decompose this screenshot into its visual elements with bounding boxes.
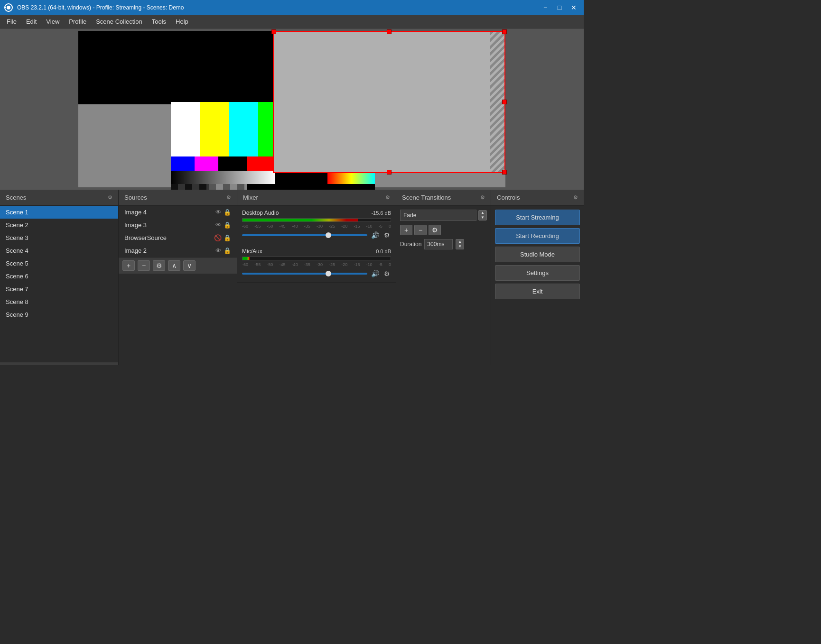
source-lock-0[interactable]: 🔒 <box>224 209 231 216</box>
source-visibility-2[interactable]: 🚫 <box>214 234 222 241</box>
controls-panel-icon[interactable]: ⚙ <box>573 194 578 201</box>
mic-aux-header: Mic/Aux 0.0 dB <box>242 248 391 255</box>
scene-item-9[interactable]: Scene 9 <box>0 308 118 321</box>
transition-spin-up[interactable]: ▲ <box>479 211 486 215</box>
source-visibility-1[interactable]: 👁 <box>215 221 222 229</box>
menu-item-view[interactable]: View <box>41 16 64 27</box>
transition-icons-row: + − ⚙ <box>400 225 487 235</box>
mixer-channels: Desktop Audio -15.6 dB -60-55-50-45-40-3… <box>237 206 396 283</box>
sources-up-button[interactable]: ∧ <box>168 260 180 271</box>
source-item-1[interactable]: Image 3👁🔒 <box>119 219 237 231</box>
transition-settings-button[interactable]: ⚙ <box>429 225 441 235</box>
desktop-audio-slider[interactable] <box>242 234 367 236</box>
menu-item-profile[interactable]: Profile <box>64 16 91 27</box>
source-visibility-3[interactable]: 👁 <box>215 247 222 254</box>
source-visibility-0[interactable]: 👁 <box>215 209 222 216</box>
scenes-panel-title: Scenes <box>6 194 26 201</box>
controls-panel-title: Controls <box>497 194 520 201</box>
scene-item-7[interactable]: Scene 7 <box>0 283 118 295</box>
svg-point-1 <box>7 6 10 9</box>
duration-spin-up[interactable]: ▲ <box>456 239 464 244</box>
settings-button[interactable]: Settings <box>495 265 580 281</box>
mic-aux-mute-button[interactable]: 🔊 <box>370 269 380 278</box>
scene-item-6[interactable]: Scene 6 <box>0 270 118 283</box>
menu-item-scene-collection[interactable]: Scene Collection <box>91 16 147 27</box>
scene-item-3[interactable]: Scene 3 <box>0 231 118 244</box>
transitions-panel-icon[interactable]: ⚙ <box>480 194 485 201</box>
scenes-panel-icon[interactable]: ⚙ <box>108 194 112 201</box>
desktop-audio-mute-button[interactable]: 🔊 <box>370 230 380 240</box>
source-lock-3[interactable]: 🔒 <box>224 247 231 254</box>
mixer-panel-icon[interactable]: ⚙ <box>385 194 390 201</box>
menu-item-edit[interactable]: Edit <box>21 16 41 27</box>
handle-tr[interactable] <box>502 29 507 34</box>
source-lock-1[interactable]: 🔒 <box>224 221 231 229</box>
handle-bm[interactable] <box>387 170 392 175</box>
controls-panel: Controls ⚙ Start Streaming Start Recordi… <box>491 190 584 365</box>
duration-label: Duration <box>400 241 421 248</box>
menu-item-help[interactable]: Help <box>171 16 193 27</box>
source-name-2: BrowserSource <box>124 234 167 241</box>
window-title: OBS 23.2.1 (64-bit, windows) - Profile: … <box>17 4 184 11</box>
sources-list: Image 4👁🔒Image 3👁🔒BrowserSource🚫🔒Image 2… <box>119 206 237 257</box>
transition-select[interactable]: Fade Cut Swipe Slide <box>400 210 476 221</box>
transition-add-button[interactable]: + <box>400 225 412 235</box>
titlebar-controls: − □ ✕ <box>539 3 580 12</box>
desktop-audio-settings-button[interactable]: ⚙ <box>383 230 391 240</box>
mic-aux-name: Mic/Aux <box>242 248 262 255</box>
selected-source-box[interactable] <box>273 31 505 173</box>
exit-button[interactable]: Exit <box>495 284 580 299</box>
mic-aux-level: 0.0 dB <box>376 248 391 254</box>
sources-add-button[interactable]: + <box>122 260 135 271</box>
transitions-panel: Scene Transitions ⚙ Fade Cut Swipe Slide… <box>396 190 491 365</box>
transitions-panel-header: Scene Transitions ⚙ <box>396 190 491 206</box>
studio-mode-button[interactable]: Studio Mode <box>495 247 580 262</box>
scene-item-8[interactable]: Scene 8 <box>0 295 118 308</box>
handle-mr[interactable] <box>502 100 507 104</box>
sources-panel-icon[interactable]: ⚙ <box>226 194 231 201</box>
source-item-0[interactable]: Image 4👁🔒 <box>119 206 237 219</box>
minimize-button[interactable]: − <box>539 3 551 12</box>
source-item-3[interactable]: Image 2👁🔒 <box>119 244 237 257</box>
titlebar-left: OBS 23.2.1 (64-bit, windows) - Profile: … <box>4 3 184 12</box>
transition-spin-down[interactable]: ▼ <box>479 215 486 220</box>
mixer-panel-header: Mixer ⚙ <box>237 190 396 206</box>
scene-item-2[interactable]: Scene 2 <box>0 219 118 231</box>
sources-settings-button[interactable]: ⚙ <box>153 260 165 271</box>
mic-aux-volume-row: 🔊 ⚙ <box>242 269 391 278</box>
transition-remove-button[interactable]: − <box>414 225 427 235</box>
sources-remove-button[interactable]: − <box>138 260 150 271</box>
sources-panel-header: Sources ⚙ <box>119 190 237 206</box>
source-icons-1: 👁🔒 <box>215 221 231 229</box>
start-streaming-button[interactable]: Start Streaming <box>495 210 580 225</box>
handle-tl[interactable] <box>271 29 276 34</box>
scenes-list: Scene 1Scene 2Scene 3Scene 4Scene 5Scene… <box>0 206 118 362</box>
start-recording-button[interactable]: Start Recording <box>495 228 580 244</box>
desktop-audio-header: Desktop Audio -15.6 dB <box>242 210 391 216</box>
scene-item-4[interactable]: Scene 4 <box>0 244 118 257</box>
mic-aux-settings-button[interactable]: ⚙ <box>383 269 391 278</box>
duration-input[interactable]: 300ms <box>424 239 453 249</box>
mic-aux-slider[interactable] <box>242 273 367 275</box>
close-button[interactable]: ✕ <box>568 3 580 12</box>
menu-item-file[interactable]: File <box>2 16 21 27</box>
sources-panel-title: Sources <box>124 194 147 201</box>
transition-select-row: Fade Cut Swipe Slide ▲ ▼ <box>400 210 487 221</box>
sources-panel: Sources ⚙ Image 4👁🔒Image 3👁🔒BrowserSourc… <box>119 190 237 365</box>
obs-icon <box>4 3 13 12</box>
sources-panel-footer: + − ⚙ ∧ ∨ <box>119 257 237 274</box>
source-item-2[interactable]: BrowserSource🚫🔒 <box>119 231 237 244</box>
transitions-content: Fade Cut Swipe Slide ▲ ▼ + − ⚙ Duration … <box>396 206 491 253</box>
scene-item-1[interactable]: Scene 1 <box>0 206 118 219</box>
handle-br[interactable] <box>502 170 507 175</box>
desktop-audio-meter <box>242 218 391 222</box>
mixer-panel: Mixer ⚙ Desktop Audio -15.6 dB -60-55-50… <box>237 190 396 365</box>
duration-spin-down[interactable]: ▼ <box>456 244 464 249</box>
handle-tm[interactable] <box>387 29 392 34</box>
maximize-button[interactable]: □ <box>553 3 566 12</box>
scene-item-5[interactable]: Scene 5 <box>0 257 118 270</box>
menu-item-tools[interactable]: Tools <box>147 16 171 27</box>
sources-down-button[interactable]: ∨ <box>183 260 196 271</box>
controls-panel-header: Controls ⚙ <box>491 190 584 206</box>
source-lock-2[interactable]: 🔒 <box>224 234 231 241</box>
